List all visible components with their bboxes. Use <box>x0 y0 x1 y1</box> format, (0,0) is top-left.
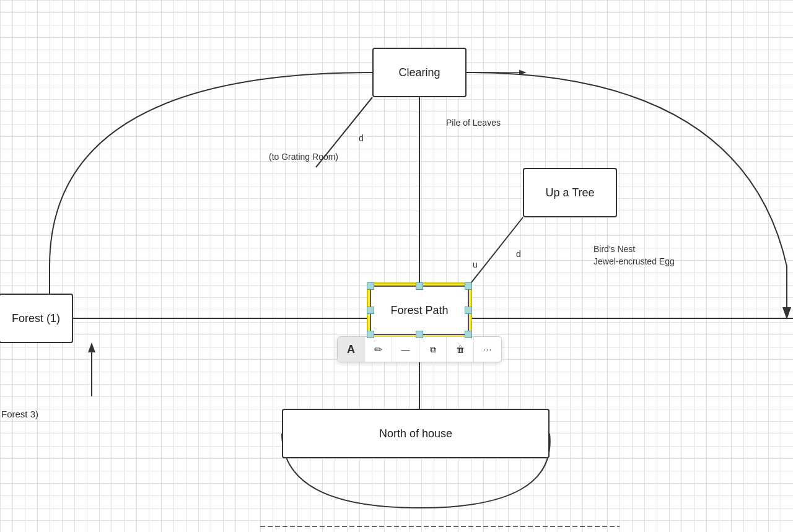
node-up-tree[interactable]: Up a Tree <box>523 168 617 217</box>
node-forest1-label: Forest (1) <box>12 312 60 325</box>
handle-ml[interactable] <box>367 307 374 314</box>
handle-br[interactable] <box>465 331 472 338</box>
handle-tr[interactable] <box>465 282 472 290</box>
handle-mr[interactable] <box>465 307 472 314</box>
delete-button[interactable]: 🗑 <box>447 337 474 362</box>
label-d-left: d <box>359 133 364 143</box>
node-forest1[interactable]: Forest (1) <box>0 294 73 343</box>
node-toolbar: A ✏ — ⧉ 🗑 ··· <box>337 336 502 362</box>
handle-bc[interactable] <box>416 331 423 338</box>
label-d-right: d <box>516 249 521 259</box>
brush-icon: ✏ <box>374 344 382 355</box>
label-jewel-egg: Jewel-encrusted Egg <box>594 256 675 266</box>
label-pile-of-leaves: Pile of Leaves <box>446 118 501 128</box>
node-clearing-label: Clearing <box>398 66 440 79</box>
label-to-grating-room: (to Grating Room) <box>269 152 338 162</box>
forest3-label: Forest 3) <box>1 409 38 419</box>
copy-button[interactable]: ⧉ <box>419 337 447 362</box>
node-forest-path-label: Forest Path <box>390 304 448 317</box>
handle-tc[interactable] <box>416 282 423 290</box>
more-icon: ··· <box>483 344 493 354</box>
node-forest-path[interactable]: Forest Path A ✏ — ⧉ 🗑 ··· <box>370 286 469 335</box>
node-clearing[interactable]: Clearing <box>372 48 467 97</box>
node-up-tree-label: Up a Tree <box>545 186 594 199</box>
font-button[interactable]: A <box>338 337 365 362</box>
node-north-house-label: North of house <box>379 427 452 440</box>
brush-button[interactable]: ✏ <box>365 337 392 362</box>
minus-icon: — <box>401 344 410 354</box>
label-u: u <box>473 259 478 269</box>
label-birds-nest: Bird's Nest <box>594 244 635 254</box>
minus-button[interactable]: — <box>392 337 419 362</box>
more-button[interactable]: ··· <box>474 337 501 362</box>
handle-tl[interactable] <box>367 282 374 290</box>
copy-icon: ⧉ <box>430 344 436 355</box>
node-north-house[interactable]: North of house <box>282 409 550 458</box>
trash-icon: 🗑 <box>456 344 465 354</box>
handle-bl[interactable] <box>367 331 374 338</box>
font-icon: A <box>347 343 355 356</box>
